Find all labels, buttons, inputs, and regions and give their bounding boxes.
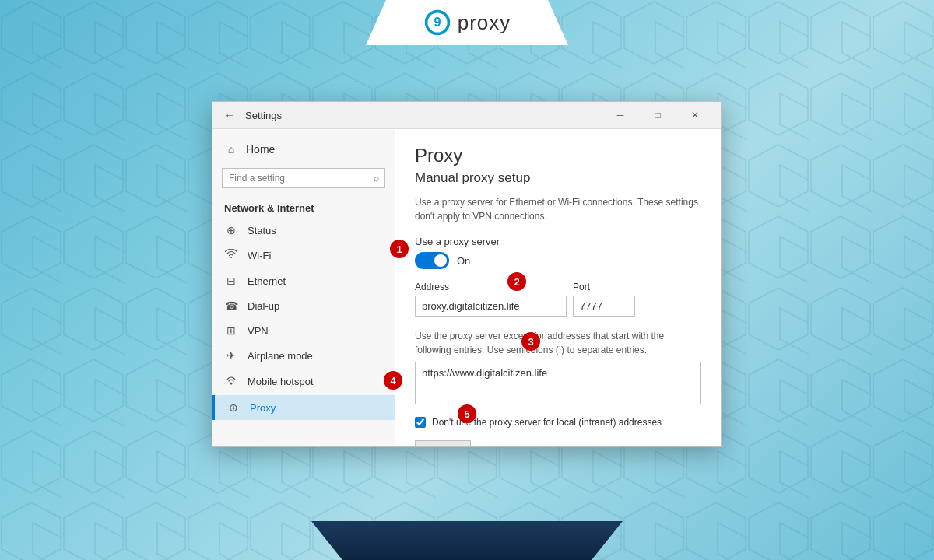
exceptions-description: Use the proxy server except for addresse… <box>415 329 701 357</box>
sidebar-item-proxy[interactable]: ⊕ Proxy <box>212 395 395 420</box>
ethernet-icon: ⊟ <box>224 275 238 287</box>
save-button[interactable]: Save <box>415 440 471 446</box>
back-button[interactable]: ← <box>220 106 239 124</box>
port-label: Port <box>573 282 635 292</box>
brand-name: proxy <box>458 11 511 35</box>
minimize-button[interactable]: ─ <box>602 102 638 129</box>
toggle-on-label: On <box>457 255 470 267</box>
sidebar-item-airplane[interactable]: ✈ Airplane mode <box>212 343 395 368</box>
proxy-logo-icon: 9 <box>423 9 451 37</box>
port-input[interactable] <box>573 296 635 317</box>
section-title: Manual proxy setup <box>415 170 701 186</box>
local-addresses-checkbox[interactable] <box>415 417 426 428</box>
wifi-icon <box>224 249 238 262</box>
proxy-description: Use a proxy server for Ethernet or Wi-Fi… <box>415 195 701 223</box>
search-box: ⌕ <box>222 168 385 188</box>
sidebar-section-header: Network & Internet <box>212 194 395 218</box>
local-addresses-label: Don't use the proxy server for local (in… <box>432 417 662 428</box>
search-icon: ⌕ <box>374 173 379 184</box>
sidebar-item-status[interactable]: ⊕ Status <box>212 218 395 243</box>
sidebar-item-hotspot[interactable]: Mobile hotspot <box>212 368 395 395</box>
sidebar-item-wifi[interactable]: Wi-Fi <box>212 243 395 268</box>
search-input[interactable] <box>222 168 385 188</box>
airplane-label: Airplane mode <box>248 350 313 362</box>
settings-window: ← Settings ─ □ ✕ ⌂ Home ⌕ <box>212 101 722 447</box>
home-label: Home <box>246 143 275 156</box>
page-title: Proxy <box>415 145 701 166</box>
airplane-icon: ✈ <box>224 349 238 362</box>
wifi-label: Wi-Fi <box>248 250 271 261</box>
use-proxy-toggle[interactable] <box>415 252 449 269</box>
sidebar-item-vpn[interactable]: ⊞ VPN <box>212 318 395 343</box>
vpn-label: VPN <box>248 325 269 337</box>
sidebar: ⌂ Home ⌕ Network & Internet ⊕ Status <box>212 129 395 446</box>
address-port-row: Address Port <box>415 282 701 317</box>
dialup-label: Dial-up <box>248 300 279 312</box>
window-body: ⌂ Home ⌕ Network & Internet ⊕ Status <box>212 129 721 446</box>
exceptions-textarea[interactable] <box>415 362 701 404</box>
sidebar-item-dialup[interactable]: ☎ Dial-up <box>212 293 395 318</box>
local-addresses-checkbox-row: Don't use the proxy server for local (in… <box>415 417 701 428</box>
use-proxy-toggle-row: On <box>415 252 701 269</box>
use-proxy-label: Use a proxy server <box>415 236 701 247</box>
address-input[interactable] <box>415 296 567 317</box>
address-field-group: Address <box>415 282 567 317</box>
close-button[interactable]: ✕ <box>677 102 713 129</box>
svg-point-6 <box>230 383 233 385</box>
sidebar-item-home[interactable]: ⌂ Home <box>212 137 395 162</box>
hotspot-label: Mobile hotspot <box>248 376 314 387</box>
proxy-label: Proxy <box>250 402 276 414</box>
window-controls: ─ □ ✕ <box>602 102 713 129</box>
proxy-icon: ⊕ <box>226 401 241 414</box>
vpn-icon: ⊞ <box>224 324 238 337</box>
status-label: Status <box>248 225 276 236</box>
bottom-decoration <box>311 521 623 560</box>
home-icon: ⌂ <box>224 143 238 156</box>
sidebar-item-ethernet[interactable]: ⊟ Ethernet <box>212 268 395 293</box>
address-label: Address <box>415 282 567 292</box>
top-branding-bar: 9 proxy <box>366 0 568 45</box>
dialup-icon: ☎ <box>224 299 238 312</box>
title-bar: ← Settings ─ □ ✕ <box>212 102 721 129</box>
port-field-group: Port <box>573 282 635 317</box>
svg-text:9: 9 <box>434 15 441 29</box>
ethernet-label: Ethernet <box>248 275 286 287</box>
window-title: Settings <box>245 110 602 121</box>
main-content: Proxy Manual proxy setup Use a proxy ser… <box>395 129 721 446</box>
status-icon: ⊕ <box>224 224 238 236</box>
hotspot-icon <box>224 374 238 389</box>
maximize-button[interactable]: □ <box>640 102 676 129</box>
